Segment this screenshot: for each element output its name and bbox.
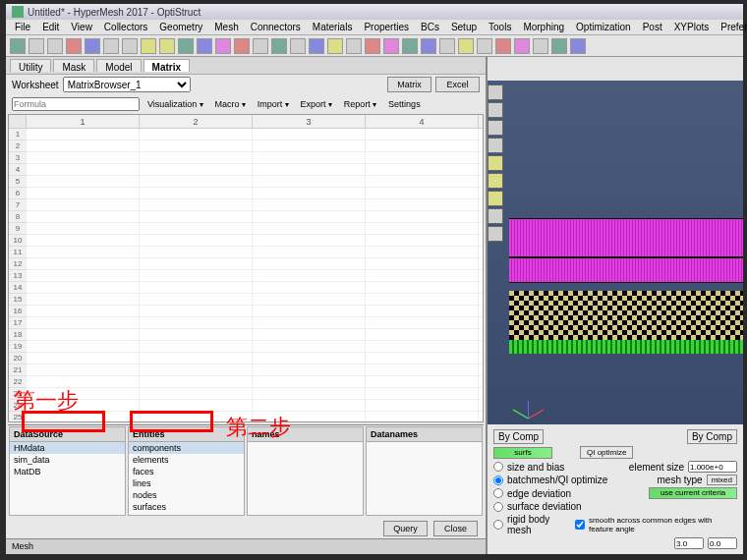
ent-nodes[interactable]: nodes [129, 489, 244, 501]
formula-input[interactable] [12, 97, 140, 111]
batchmesh-radio[interactable] [493, 476, 503, 485]
mesh-type-select[interactable]: mixed [707, 475, 737, 485]
row-header[interactable]: 14 [9, 282, 27, 294]
cell[interactable] [27, 306, 140, 316]
tool-select[interactable] [141, 38, 156, 54]
edge-dev-radio[interactable] [493, 488, 503, 498]
tool-wire[interactable] [533, 38, 548, 54]
menu-materials[interactable]: Materials [308, 21, 358, 33]
cell[interactable] [366, 306, 479, 316]
cell[interactable] [253, 400, 366, 411]
row-header[interactable]: 3 [9, 152, 27, 164]
cell[interactable] [27, 353, 140, 364]
surfs-selector[interactable]: surfs [493, 447, 552, 459]
smooth-checkbox[interactable] [575, 520, 585, 530]
tool-find[interactable] [365, 38, 380, 54]
side-measure-icon[interactable] [488, 173, 503, 189]
cell[interactable] [27, 188, 140, 198]
cell[interactable] [253, 188, 366, 198]
col-header-3[interactable]: 3 [253, 115, 366, 128]
tool-pan[interactable] [514, 38, 530, 54]
side-section-icon[interactable] [488, 208, 503, 224]
settings-link[interactable]: Settings [384, 98, 425, 110]
cell[interactable] [140, 188, 253, 198]
cell[interactable] [27, 129, 140, 140]
side-light-icon[interactable] [488, 226, 503, 242]
row-header[interactable]: 2 [9, 140, 27, 152]
qi-optimize-button[interactable]: QI optimize [580, 446, 633, 459]
report-dropdown[interactable]: Report [340, 98, 380, 110]
side-123-icon[interactable] [488, 155, 503, 171]
ent-surfaces[interactable]: surfaces [129, 501, 244, 513]
cell[interactable] [27, 223, 140, 234]
cell[interactable] [366, 353, 479, 364]
row-header[interactable]: 8 [9, 211, 27, 223]
row-header[interactable]: 10 [9, 235, 27, 247]
row-header[interactable]: 12 [9, 258, 27, 270]
tool-export[interactable] [85, 38, 100, 54]
cell[interactable] [253, 199, 366, 210]
cell[interactable] [140, 199, 253, 210]
macro-dropdown[interactable]: Macro [211, 98, 250, 110]
use-criteria-button[interactable]: use current criteria [649, 487, 737, 499]
cell[interactable] [140, 247, 253, 257]
side-disp-icon[interactable] [488, 102, 503, 118]
cell[interactable] [27, 258, 140, 269]
ent-components[interactable]: components [129, 442, 244, 454]
ent-elements[interactable]: elements [129, 454, 244, 466]
cell[interactable] [253, 247, 366, 257]
menu-connectors[interactable]: Connectors [246, 21, 306, 33]
menu-tools[interactable]: Tools [484, 21, 516, 33]
matrix-button[interactable]: Matrix [387, 77, 431, 92]
cell[interactable] [253, 223, 366, 234]
cell[interactable] [27, 199, 140, 210]
row-header[interactable]: 18 [9, 329, 27, 341]
tool-load[interactable] [215, 38, 231, 54]
cell[interactable] [253, 341, 366, 352]
tab-matrix[interactable]: Matrix [144, 59, 190, 72]
tool-open[interactable] [29, 38, 44, 54]
menu-setup[interactable]: Setup [446, 21, 482, 33]
cell[interactable] [253, 306, 366, 316]
cell[interactable] [27, 282, 140, 293]
cell[interactable] [366, 247, 479, 257]
ent-titles[interactable]: titles [129, 513, 244, 516]
tool-material[interactable] [178, 38, 194, 54]
cell[interactable] [366, 317, 479, 328]
cell[interactable] [366, 152, 479, 163]
tool-bc[interactable] [234, 38, 250, 54]
cell[interactable] [253, 258, 366, 269]
side-note-icon[interactable] [488, 191, 503, 206]
ent-lines[interactable]: lines [129, 477, 244, 489]
col-header-4[interactable]: 4 [366, 115, 479, 128]
tool-view1[interactable] [402, 38, 418, 54]
cell[interactable] [253, 353, 366, 364]
elem-size-input[interactable] [688, 461, 737, 473]
zero-input[interactable] [708, 537, 737, 549]
tab-mask[interactable]: Mask [53, 59, 94, 72]
row-header[interactable]: 6 [9, 188, 27, 199]
worksheet-select[interactable]: MatrixBrowser_1 [63, 77, 191, 92]
visualization-dropdown[interactable]: Visualization [144, 98, 207, 110]
cell[interactable] [27, 329, 140, 340]
row-header[interactable]: 5 [9, 176, 27, 188]
row-header[interactable]: 21 [9, 364, 27, 376]
cell[interactable] [140, 164, 253, 175]
row-header[interactable]: 15 [9, 294, 27, 306]
tool-iso[interactable] [439, 38, 455, 54]
size-bias-radio[interactable] [493, 462, 503, 472]
tool-mask[interactable] [346, 38, 362, 54]
spreadsheet[interactable]: 1 2 3 4 12345678910111213141516171819202… [8, 114, 484, 422]
cell[interactable] [140, 211, 253, 222]
cell[interactable] [140, 306, 253, 316]
cell[interactable] [27, 140, 140, 151]
cell[interactable] [366, 412, 479, 422]
side-mask-icon[interactable] [488, 120, 503, 136]
side-arrow-icon[interactable] [488, 84, 503, 100]
row-header[interactable]: 19 [9, 341, 27, 353]
cell[interactable] [366, 199, 479, 210]
cell[interactable] [253, 317, 366, 328]
cell[interactable] [140, 282, 253, 293]
cell[interactable] [27, 364, 140, 375]
menu-optimization[interactable]: Optimization [571, 21, 636, 33]
